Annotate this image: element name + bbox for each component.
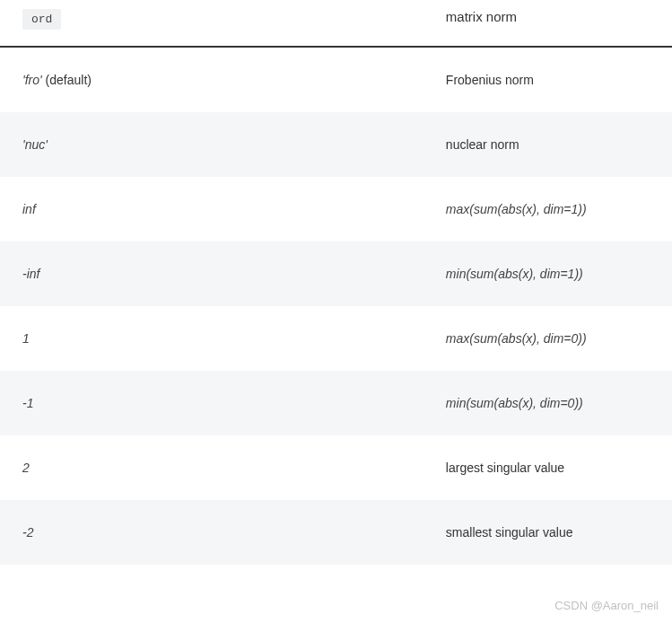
cell-ord-value: 2 — [0, 435, 423, 500]
cell-ord-value: -1 — [0, 371, 423, 435]
table-row: 1 max(sum(abs(x), dim=0)) — [0, 306, 672, 371]
cell-norm-value: min(sum(abs(x), dim=1)) — [423, 241, 672, 306]
cell-ord-value: 1 — [0, 306, 423, 371]
header-norm-label: matrix norm — [446, 9, 517, 24]
ord-code-label: ord — [22, 9, 61, 30]
table-row: -inf min(sum(abs(x), dim=1)) — [0, 241, 672, 306]
cell-ord-value: inf — [0, 177, 423, 241]
cell-ord-value: 'nuc' — [0, 112, 423, 177]
header-cell-ord: ord — [0, 0, 423, 46]
table-row: inf max(sum(abs(x), dim=1)) — [0, 177, 672, 241]
table-row: -2 smallest singular value — [0, 500, 672, 565]
cell-norm-value: Frobenius norm — [423, 48, 672, 112]
cell-ord-value: -inf — [0, 241, 423, 306]
cell-norm-value: max(sum(abs(x), dim=0)) — [423, 306, 672, 371]
cell-norm-value: smallest singular value — [423, 500, 672, 565]
cell-norm-value: min(sum(abs(x), dim=0)) — [423, 371, 672, 435]
cell-norm-value: max(sum(abs(x), dim=1)) — [423, 177, 672, 241]
norm-table: ord matrix norm 'fro' (default) Frobeniu… — [0, 0, 672, 565]
cell-ord-value: 'fro' (default) — [0, 48, 423, 112]
csdn-watermark: CSDN @Aaron_neil — [554, 599, 659, 612]
cell-norm-value: largest singular value — [423, 435, 672, 500]
header-cell-norm: matrix norm — [423, 0, 672, 46]
table-header-row: ord matrix norm — [0, 0, 672, 48]
cell-ord-value: -2 — [0, 500, 423, 565]
cell-norm-value: nuclear norm — [423, 112, 672, 177]
table-row: -1 min(sum(abs(x), dim=0)) — [0, 371, 672, 435]
table-row: 'fro' (default) Frobenius norm — [0, 48, 672, 112]
table-row: 2 largest singular value — [0, 435, 672, 500]
table-row: 'nuc' nuclear norm — [0, 112, 672, 177]
